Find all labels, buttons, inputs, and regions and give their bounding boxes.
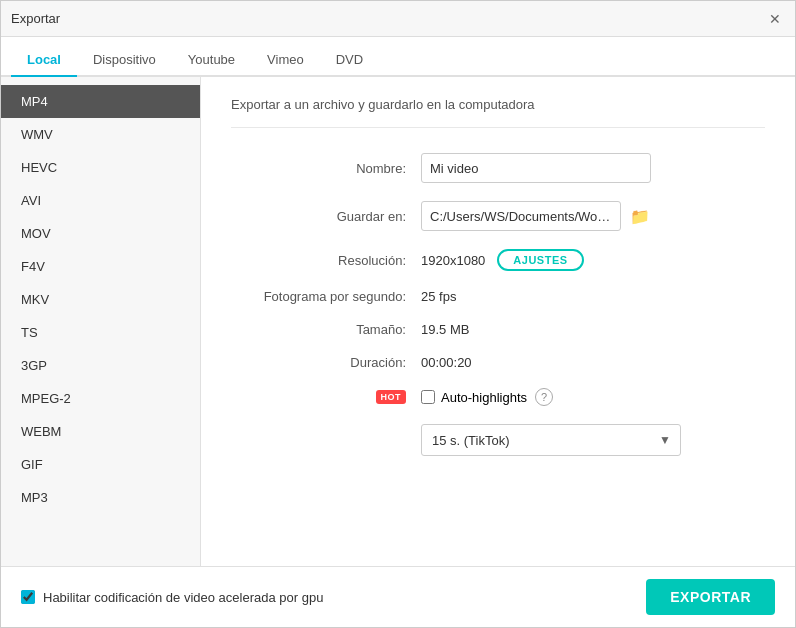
tamano-value: 19.5 MB (421, 322, 469, 337)
sidebar-item-3gp[interactable]: 3GP (1, 349, 200, 382)
nombre-row: Nombre: (231, 153, 765, 183)
content-area: MP4 WMV HEVC AVI MOV F4V MKV TS (1, 77, 795, 566)
sidebar-item-wmv[interactable]: WMV (1, 118, 200, 151)
auto-highlights-label: Auto-highlights (441, 390, 527, 405)
sidebar-item-f4v[interactable]: F4V (1, 250, 200, 283)
nombre-input[interactable] (421, 153, 651, 183)
duration-dropdown-container: 15 s. (TikTok) 30 s. 60 s. Custom ▼ (421, 424, 681, 456)
fotograma-label: Fotograma por segundo: (231, 289, 421, 304)
sidebar-item-mov[interactable]: MOV (1, 217, 200, 250)
nombre-label: Nombre: (231, 161, 421, 176)
resolucion-row: Resolución: 1920x1080 AJUSTES (231, 249, 765, 271)
tab-bar: Local Dispositivo Youtube Vimeo DVD (1, 37, 795, 77)
path-container: 📁 (421, 201, 651, 231)
sidebar-item-mp4[interactable]: MP4 (1, 85, 200, 118)
title-bar: Exportar ✕ (1, 1, 795, 37)
help-icon[interactable]: ? (535, 388, 553, 406)
bottom-bar: Habilitar codificación de video acelerad… (1, 566, 795, 627)
guardar-row: Guardar en: 📁 (231, 201, 765, 231)
tab-local[interactable]: Local (11, 44, 77, 77)
auto-highlights-checkbox-label[interactable]: Auto-highlights (421, 390, 527, 405)
format-sidebar: MP4 WMV HEVC AVI MOV F4V MKV TS (1, 77, 201, 566)
auto-highlights-row: HOT Auto-highlights ? (231, 388, 765, 406)
tab-dvd[interactable]: DVD (320, 44, 379, 77)
hot-badge-spacer: HOT (231, 390, 421, 404)
resolucion-value: 1920x1080 (421, 253, 485, 268)
sidebar-item-avi[interactable]: AVI (1, 184, 200, 217)
gpu-label: Habilitar codificación de video acelerad… (43, 590, 323, 605)
gpu-checkbox-container: Habilitar codificación de video acelerad… (21, 590, 323, 605)
close-button[interactable]: ✕ (765, 9, 785, 29)
close-icon: ✕ (769, 11, 781, 27)
folder-icon[interactable]: 📁 (629, 205, 651, 227)
fotograma-row: Fotograma por segundo: 25 fps (231, 289, 765, 304)
duracion-label: Duración: (231, 355, 421, 370)
window-title: Exportar (11, 11, 60, 26)
hot-badge: HOT (376, 390, 407, 404)
settings-panel: Exportar a un archivo y guardarlo en la … (201, 77, 795, 566)
export-button[interactable]: EXPORTAR (646, 579, 775, 615)
sidebar-item-ts[interactable]: TS (1, 316, 200, 349)
guardar-label: Guardar en: (231, 209, 421, 224)
duracion-row: Duración: 00:00:20 (231, 355, 765, 370)
gpu-checkbox[interactable] (21, 590, 35, 604)
sidebar-item-mp3[interactable]: MP3 (1, 481, 200, 514)
sidebar-item-gif[interactable]: GIF (1, 448, 200, 481)
fotograma-value: 25 fps (421, 289, 456, 304)
sidebar-item-webm[interactable]: WEBM (1, 415, 200, 448)
auto-highlights-checkbox[interactable] (421, 390, 435, 404)
sidebar-item-mpeg2[interactable]: MPEG-2 (1, 382, 200, 415)
main-window: Exportar ✕ Local Dispositivo Youtube Vim… (0, 0, 796, 628)
tab-vimeo[interactable]: Vimeo (251, 44, 320, 77)
resolution-container: 1920x1080 AJUSTES (421, 249, 584, 271)
path-input[interactable] (421, 201, 621, 231)
ajustes-button[interactable]: AJUSTES (497, 249, 583, 271)
duration-dropdown[interactable]: 15 s. (TikTok) 30 s. 60 s. Custom (421, 424, 681, 456)
auto-highlights-container: Auto-highlights ? (421, 388, 553, 406)
tamano-row: Tamaño: 19.5 MB (231, 322, 765, 337)
sidebar-item-mkv[interactable]: MKV (1, 283, 200, 316)
resolucion-label: Resolución: (231, 253, 421, 268)
tab-youtube[interactable]: Youtube (172, 44, 251, 77)
dropdown-row: 15 s. (TikTok) 30 s. 60 s. Custom ▼ (231, 424, 765, 456)
export-description: Exportar a un archivo y guardarlo en la … (231, 97, 765, 128)
duracion-value: 00:00:20 (421, 355, 472, 370)
tab-dispositivo[interactable]: Dispositivo (77, 44, 172, 77)
sidebar-item-hevc[interactable]: HEVC (1, 151, 200, 184)
tamano-label: Tamaño: (231, 322, 421, 337)
